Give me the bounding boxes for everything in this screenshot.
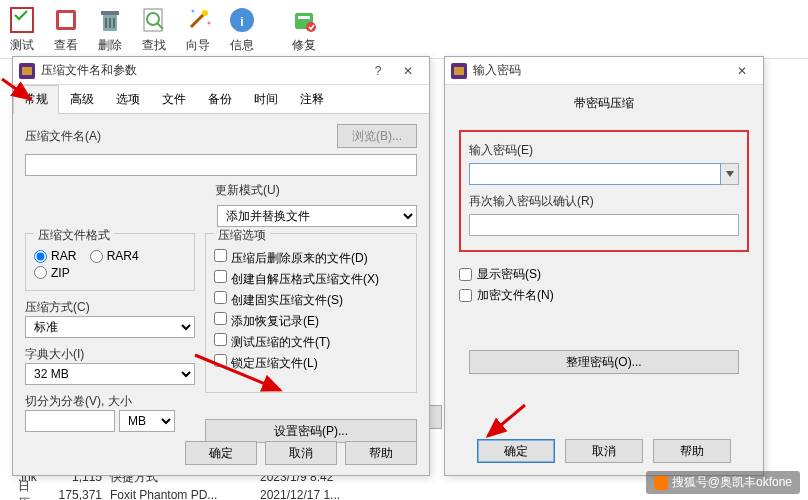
format-rar4[interactable]: RAR4 (90, 249, 139, 263)
find-icon (138, 4, 170, 36)
wizard-icon (182, 4, 214, 36)
toolbar-label: 信息 (230, 37, 254, 54)
password-header: 带密码压缩 (445, 85, 763, 122)
browse-button[interactable]: 浏览(B)... (337, 124, 417, 148)
cancel-button[interactable]: 取消 (265, 441, 337, 465)
dialog-title: 压缩文件名和参数 (41, 62, 363, 79)
opt-delete-after[interactable]: 压缩后删除原来的文件(D) (214, 249, 408, 267)
toolbar-repair[interactable]: 修复 (282, 2, 326, 56)
options-fieldset: 压缩选项 压缩后删除原来的文件(D) 创建自解压格式压缩文件(X) 创建固实压缩… (205, 233, 417, 393)
format-zip[interactable]: ZIP (34, 266, 70, 280)
toolbar-test[interactable]: 测试 (0, 2, 44, 56)
password-dialog: 输入密码 ✕ 带密码压缩 输入密码(E) 再次输入密码以确认(R) 显示密码(S… (444, 56, 764, 476)
app-icon (451, 63, 467, 79)
update-mode-label: 更新模式(U) (215, 182, 280, 199)
format-rar[interactable]: RAR (34, 249, 76, 263)
opt-recovery[interactable]: 添加恢复记录(E) (214, 312, 408, 330)
method-label: 压缩方式(C) (25, 299, 195, 316)
toolbar-label: 修复 (292, 37, 316, 54)
split-unit-select[interactable]: MB (119, 410, 175, 432)
split-size-input[interactable] (25, 410, 115, 432)
format-legend: 压缩文件格式 (34, 227, 114, 244)
svg-point-19 (306, 22, 316, 32)
options-legend: 压缩选项 (214, 227, 270, 244)
titlebar: 输入密码 ✕ (445, 57, 763, 85)
info-icon: i (226, 4, 258, 36)
svg-point-12 (202, 10, 208, 16)
app-icon (19, 63, 35, 79)
password-dropdown[interactable] (721, 163, 739, 185)
svg-rect-0 (11, 8, 33, 32)
dict-label: 字典大小(I) (25, 346, 195, 363)
svg-point-14 (208, 22, 211, 25)
svg-point-13 (192, 10, 195, 13)
tab-general[interactable]: 常规 (13, 85, 59, 114)
toolbar-label: 删除 (98, 37, 122, 54)
svg-rect-18 (298, 16, 310, 19)
watermark: 搜狐号@奥凯丰okfone (646, 471, 800, 494)
help-button[interactable]: 帮助 (345, 441, 417, 465)
show-password-checkbox[interactable]: 显示密码(S) (459, 266, 749, 283)
repair-icon (288, 4, 320, 36)
encrypt-names-checkbox[interactable]: 加密文件名(N) (459, 287, 749, 304)
toolbar-label: 查看 (54, 37, 78, 54)
list-item[interactable]: 日历...175,371Foxit Phantom PD...2021/12/1… (18, 486, 468, 500)
titlebar: 压缩文件名和参数 ? ✕ (13, 57, 429, 85)
tab-files[interactable]: 文件 (151, 85, 197, 113)
format-fieldset: 压缩文件格式 RAR RAR4 ZIP (25, 233, 195, 291)
close-button[interactable]: ✕ (393, 60, 423, 82)
archive-dialog: 压缩文件名和参数 ? ✕ 常规 高级 选项 文件 备份 时间 注释 压缩文件名(… (12, 56, 430, 476)
toolbar-find[interactable]: 查找 (132, 2, 176, 56)
tab-bar: 常规 高级 选项 文件 备份 时间 注释 (13, 85, 429, 114)
test-icon (6, 4, 38, 36)
svg-rect-21 (22, 67, 32, 75)
opt-lock[interactable]: 锁定压缩文件(L) (214, 354, 408, 372)
tab-comment[interactable]: 注释 (289, 85, 335, 113)
svg-rect-4 (101, 11, 119, 15)
set-password-button[interactable]: 设置密码(P)... (205, 419, 417, 443)
tab-advanced[interactable]: 高级 (59, 85, 105, 113)
toolbar-label: 向导 (186, 37, 210, 54)
delete-icon (94, 4, 126, 36)
toolbar-info[interactable]: i 信息 (220, 2, 264, 56)
opt-solid[interactable]: 创建固实压缩文件(S) (214, 291, 408, 309)
main-toolbar: 测试 查看 删除 查找 向导 i 信息 修复 (0, 0, 808, 59)
password-confirm-input[interactable] (469, 214, 739, 236)
dict-select[interactable]: 32 MB (25, 363, 195, 385)
enter-password-label: 输入密码(E) (469, 142, 739, 159)
opt-sfx[interactable]: 创建自解压格式压缩文件(X) (214, 270, 408, 288)
toolbar-delete[interactable]: 删除 (88, 2, 132, 56)
svg-text:i: i (240, 15, 243, 29)
help-button[interactable]: 帮助 (653, 439, 731, 463)
toolbar-view[interactable]: 查看 (44, 2, 88, 56)
archive-name-label: 压缩文件名(A) (25, 128, 101, 145)
toolbar-label: 查找 (142, 37, 166, 54)
password-input[interactable] (469, 163, 721, 185)
dialog-title: 输入密码 (473, 62, 727, 79)
view-icon (50, 4, 82, 36)
tab-options[interactable]: 选项 (105, 85, 151, 113)
manage-passwords-button[interactable]: 整理密码(O)... (469, 350, 739, 374)
help-button[interactable]: ? (363, 60, 393, 82)
update-mode-select[interactable]: 添加并替换文件 (217, 205, 417, 227)
split-label: 切分为分卷(V), 大小 (25, 393, 195, 410)
toolbar-label: 测试 (10, 37, 34, 54)
toolbar-wizard[interactable]: 向导 (176, 2, 220, 56)
svg-rect-2 (59, 13, 73, 27)
opt-test[interactable]: 测试压缩的文件(T) (214, 333, 408, 351)
tab-time[interactable]: 时间 (243, 85, 289, 113)
ok-button[interactable]: 确定 (185, 441, 257, 465)
archive-name-input[interactable] (25, 154, 417, 176)
sohu-logo-icon (654, 476, 668, 490)
method-select[interactable]: 标准 (25, 316, 195, 338)
svg-rect-23 (454, 67, 464, 75)
password-highlight-box: 输入密码(E) 再次输入密码以确认(R) (459, 130, 749, 252)
close-button[interactable]: ✕ (727, 60, 757, 82)
cancel-button[interactable]: 取消 (565, 439, 643, 463)
ok-button[interactable]: 确定 (477, 439, 555, 463)
reenter-password-label: 再次输入密码以确认(R) (469, 193, 739, 210)
tab-backup[interactable]: 备份 (197, 85, 243, 113)
